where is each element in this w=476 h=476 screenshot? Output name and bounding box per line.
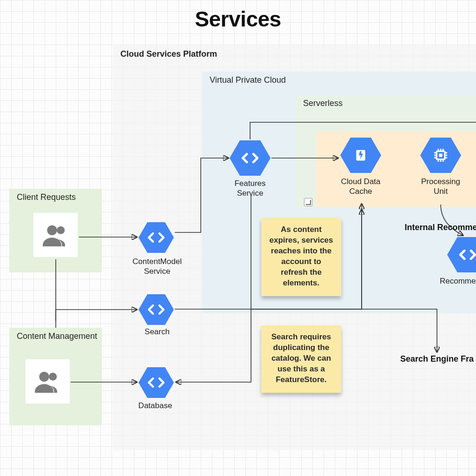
svg-point-0 (47, 225, 57, 235)
content-model-label: ContentModelService (126, 257, 189, 277)
region-vpc-label: Virtual Private Cloud (210, 75, 286, 85)
search-engine-label: Search Engine Fra (390, 354, 476, 364)
svg-point-2 (39, 371, 49, 381)
content-management-icon (26, 359, 70, 403)
diagram-canvas[interactable]: Services Cloud Services Platform Virtual… (0, 0, 476, 476)
page-title: Services (0, 7, 476, 32)
client-requests-icon (33, 213, 78, 257)
code-icon (458, 245, 476, 264)
features-label: FeaturesService (226, 178, 274, 198)
search-label: Search (135, 327, 179, 337)
code-icon (240, 148, 260, 168)
content-management-label: Content Management (17, 331, 97, 341)
code-icon (146, 228, 166, 247)
region-cloud-label: Cloud Services Platform (120, 49, 217, 59)
code-icon (146, 373, 166, 392)
sticky-note-top[interactable]: As content expires, services reaches int… (261, 218, 341, 296)
resize-handle-icon[interactable] (304, 198, 312, 206)
cache-icon (351, 145, 370, 165)
people-icon (33, 367, 63, 397)
processing-label: ProcessingUnit (413, 177, 469, 197)
code-icon (146, 300, 166, 319)
svg-point-1 (57, 226, 65, 234)
region-serverless-label: Serverless (303, 99, 343, 108)
recommend-label: Recomme (440, 276, 476, 286)
internal-recommend-label: Internal Recommen (397, 223, 476, 232)
database-label: Database (133, 401, 178, 410)
people-icon (41, 220, 71, 250)
cache-label: Cloud DataCache (333, 177, 389, 197)
svg-rect-6 (439, 154, 443, 157)
chip-icon (431, 145, 450, 165)
svg-point-3 (49, 372, 57, 380)
sticky-note-bottom[interactable]: Search requires duplicating the catalog.… (261, 325, 341, 393)
client-requests-label: Client Requests (17, 192, 76, 202)
